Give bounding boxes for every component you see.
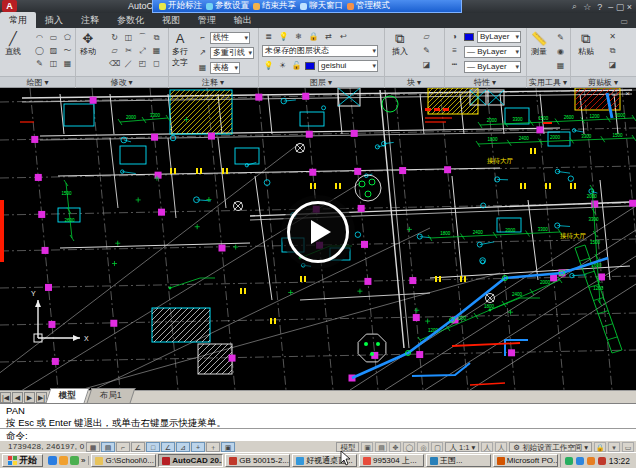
rotate-button[interactable]: ↻	[108, 32, 121, 43]
mirror-button[interactable]: ◫	[122, 32, 135, 43]
paste-special-icon[interactable]: ◪	[606, 59, 619, 70]
quick-launch-icon[interactable]	[59, 456, 68, 465]
table-icon[interactable]: ▦	[196, 62, 209, 73]
drawing-quickview-icon[interactable]: ▤	[375, 442, 387, 452]
erase-button[interactable]: ⌫	[108, 58, 121, 69]
circle-button[interactable]: ◯	[33, 45, 46, 56]
polar-toggle[interactable]: ∠	[131, 442, 145, 452]
quick-launch-icon[interactable]	[70, 456, 79, 465]
table-button[interactable]: 表格	[210, 62, 240, 74]
ducs-toggle[interactable]: ⊿	[176, 442, 190, 452]
line-button[interactable]: ╱直线	[5, 31, 21, 57]
help-icon[interactable]: ?	[597, 2, 602, 12]
ribbon-tab-参数化[interactable]: 参数化	[108, 12, 153, 28]
ribbon-minimize-icon[interactable]: ▭	[620, 17, 628, 28]
stretch-button[interactable]: ◰	[136, 58, 149, 69]
scale-button[interactable]: ⤢	[136, 45, 149, 56]
lineweight-icon[interactable]: ≡	[448, 45, 461, 56]
lineweight-dropdown[interactable]: — ByLayer	[464, 46, 521, 58]
color-dropdown[interactable]: ByLayer	[477, 31, 521, 43]
share-toolbar-item[interactable]: 结束共享	[253, 0, 296, 12]
fillet-button[interactable]: ⌒	[136, 32, 149, 43]
annotation-scale-button[interactable]: 人 1:1 ▾	[445, 442, 479, 452]
linear-dim-dropdown[interactable]: 线性	[210, 32, 250, 44]
ribbon-tab-输出[interactable]: 输出	[225, 12, 261, 28]
arc-button[interactable]: ◠	[33, 32, 46, 43]
linear-dim-icon[interactable]: ⌐	[196, 32, 209, 43]
block-edit-button[interactable]: ▱	[420, 31, 433, 42]
explode-button[interactable]: ◻	[150, 58, 163, 69]
color-wheel-icon[interactable]: ◑	[448, 31, 461, 42]
showmotion-icon[interactable]: ▢	[431, 442, 443, 452]
mleader-dropdown[interactable]: 多重引线	[210, 47, 254, 59]
layer-match-button[interactable]: ⇄	[322, 31, 335, 42]
otrack-toggle[interactable]: ∠	[161, 442, 175, 452]
tab-nav-button[interactable]: |◀	[0, 392, 11, 403]
layer-freeze-button[interactable]: ❄	[292, 31, 305, 42]
dyn-toggle[interactable]: +	[191, 442, 205, 452]
taskbar-item[interactable]: AutoCAD 20...	[158, 454, 223, 467]
zoom-icon[interactable]: ◯	[403, 442, 415, 452]
layer-prev-button[interactable]: ↩	[337, 31, 350, 42]
region-button[interactable]: ◫	[47, 58, 60, 69]
snap-toggle[interactable]: ▦	[86, 442, 100, 452]
insert-block-button[interactable]: ⧉插入	[392, 31, 408, 57]
taskbar-item[interactable]: 王国...	[426, 454, 491, 467]
taskbar-item[interactable]: G:\School\0...	[91, 454, 156, 467]
rectangle-button[interactable]: ▭	[47, 32, 60, 43]
ribbon-tab-插入[interactable]: 插入	[36, 12, 72, 28]
layer-on-icon[interactable]: 💡	[262, 60, 275, 71]
toolbar-lock-icon[interactable]: 🔒	[594, 442, 606, 452]
layer-thaw-icon[interactable]: ☀	[276, 60, 289, 71]
grid-toggle[interactable]: ▤	[101, 442, 115, 452]
tray-icon[interactable]	[576, 457, 584, 465]
ortho-toggle[interactable]: ⌐	[116, 442, 130, 452]
ribbon-tab-注释[interactable]: 注释	[72, 12, 108, 28]
trim-button[interactable]: ✂	[122, 45, 135, 56]
steeringwheel-icon[interactable]: ◎	[417, 442, 429, 452]
taskbar-item[interactable]: Microsoft PO...	[493, 454, 558, 467]
ribbon-tab-常用[interactable]: 常用	[0, 12, 36, 28]
pan-icon[interactable]: ✥	[389, 442, 401, 452]
array-button[interactable]: ▦	[150, 45, 163, 56]
linetype-icon[interactable]: ┅	[448, 59, 461, 70]
autoscale-icon[interactable]: 人	[495, 442, 507, 452]
block-attr-button[interactable]: ✎	[420, 45, 433, 56]
window-controls[interactable]: – ▢ ×	[608, 2, 632, 12]
mtext-button[interactable]: A多行文字	[172, 31, 188, 68]
extend-button[interactable]: ／	[122, 58, 135, 69]
tab-model[interactable]: 模型	[46, 388, 90, 403]
offset-button[interactable]: ▱	[108, 45, 121, 56]
cleanscreen-icon[interactable]: ▭	[622, 442, 634, 452]
status-menu-icon[interactable]: ▾	[608, 442, 620, 452]
annotation-visibility-icon[interactable]: 人	[481, 442, 493, 452]
quick-launch-icon[interactable]	[48, 456, 57, 465]
quick-launch-more[interactable]: »	[81, 456, 85, 465]
star-icon[interactable]: ☆	[583, 2, 591, 12]
quickselect-icon[interactable]: ✎	[554, 32, 567, 43]
tray-icon[interactable]	[565, 457, 573, 465]
list-icon[interactable]: ▦	[554, 60, 567, 71]
drawing-canvas[interactable]: – □ × 2000330015002600120030001800240020…	[0, 88, 636, 390]
ribbon-tab-管理[interactable]: 管理	[189, 12, 225, 28]
start-button[interactable]: 开始	[2, 454, 43, 467]
drawing-window-controls[interactable]: – □ ×	[600, 89, 633, 98]
tab-nav-button[interactable]: ◀	[12, 392, 23, 403]
search-icon[interactable]: ⌕	[572, 1, 577, 12]
layer-dropdown[interactable]: geishui	[318, 60, 378, 72]
taskbar-item[interactable]: 995304 上...	[359, 454, 424, 467]
linetype-dropdown[interactable]: — ByLayer	[464, 61, 521, 73]
layer-properties-button[interactable]: ≣	[262, 31, 275, 42]
share-toolbar-item[interactable]: 管理模式	[347, 0, 390, 12]
osnap-toggle[interactable]: □	[146, 442, 160, 452]
share-toolbar-item[interactable]: 参数设置	[206, 0, 249, 12]
copy-clip-icon[interactable]: ⧉	[606, 45, 619, 56]
paste-button[interactable]: ⧉粘贴	[578, 31, 594, 57]
cut-icon[interactable]: ✕	[606, 31, 619, 42]
taskbar-item[interactable]: GB 50015-2...	[225, 454, 290, 467]
video-play-overlay[interactable]	[281, 195, 355, 269]
layout-quickview-icon[interactable]: ▣	[361, 442, 373, 452]
layer-state-dropdown[interactable]: 未保存的图层状态	[262, 45, 378, 57]
qp-toggle[interactable]: ▣	[221, 442, 235, 452]
move-button[interactable]: ✥移动	[80, 31, 96, 57]
